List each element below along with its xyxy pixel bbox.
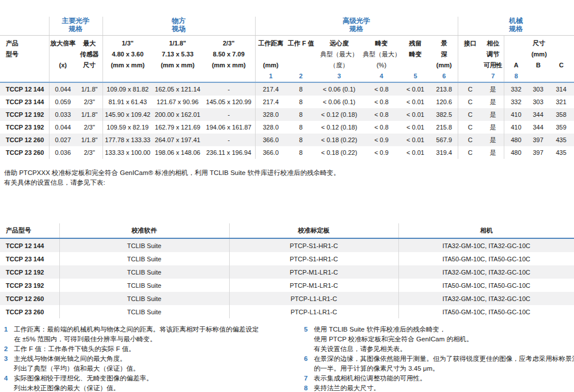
header-line: 1/1.8" <box>153 38 203 49</box>
footnote-ref: 5 <box>400 71 431 82</box>
cell: < 0.8 <box>363 82 400 96</box>
product-model: TCCP 23 260 <box>0 146 49 159</box>
cell: 366.0 <box>255 134 286 146</box>
header-line: 深 <box>431 49 458 60</box>
cell: 332 <box>504 96 528 108</box>
table-row: TCCP 12 1440.0441/1.8"109.09 x 81.82162.… <box>0 82 574 96</box>
col-header-telecentricity: 远心度典型（最大）（度）3 <box>315 36 363 83</box>
product-model: TCCP 23 144 <box>0 96 49 108</box>
col-header-product-model: 产品型号 <box>0 223 59 238</box>
cell: 145.90 x 109.42 <box>102 108 153 121</box>
header-line: (x) <box>50 60 77 71</box>
column-header-row: 产品型号放大倍率(x)最大传感器尺寸1/3"4.80 x 3.60(mm x m… <box>0 36 574 83</box>
footnote-number: 1 <box>0 325 14 344</box>
optical-spec-table: 主要光学 规格 物方 视场 高级光学 规格 机械 规格 产品型号放大倍率(x)最… <box>0 17 574 159</box>
col-header-magnification: 放大倍率(x) <box>49 36 77 83</box>
footnote-number: 3 <box>0 354 14 374</box>
header-line <box>50 49 77 60</box>
cell: 314 <box>548 82 574 96</box>
table-row: TCCP 23 2600.0362/3"133.33 x 100.00198.0… <box>0 146 574 159</box>
footnote-ref: 3 <box>315 71 363 82</box>
col-header-distortion: 畸变典型（最大）(%)4 <box>363 36 400 83</box>
col-header-fov-1-1-8: 1/1.8"7.13 x 5.33(mm x mm) <box>153 36 203 83</box>
cell: 是 <box>482 121 504 134</box>
datasheet-page: 主要光学 规格 物方 视场 高级光学 规格 机械 规格 产品型号放大倍率(x)最… <box>0 0 574 392</box>
cell: 8 <box>286 146 315 159</box>
cell: 435 <box>548 146 574 159</box>
footnote-number: 2 <box>0 344 14 354</box>
footnote-text: 表示集成相机相位调整功能的可用性。 <box>314 374 427 383</box>
cell: < 0.12 (0.18) <box>315 108 363 121</box>
footnote-3: 3主光线与物体侧光轴之间的最大角度。列出了典型（平均）值和最大（保证）值。 <box>0 354 300 374</box>
group-label: 规格 <box>458 25 574 33</box>
cell: 397 <box>528 146 548 159</box>
product-model: TCCP 23 144 <box>0 252 59 265</box>
footnote-number: 8 <box>300 383 314 392</box>
cell: ITA32-GM-10C, ITA32-GC-10C <box>398 265 574 279</box>
header-line: (mm x mm) <box>153 60 203 71</box>
header-line: (mm) <box>256 60 287 71</box>
cell: 344 <box>528 108 548 121</box>
group-label: 机械 <box>458 17 574 25</box>
header-line: 景 <box>431 38 458 49</box>
product-model: TCCP 12 260 <box>0 134 49 146</box>
footnote-text: 在景深的边缘，其图像依然能用于测量。但为了获得锐度更佳的图像，应考虑采用标称景深… <box>314 354 574 374</box>
header-line: 最大 <box>77 38 102 49</box>
cell: < 0.9 <box>363 134 400 146</box>
cell: - <box>203 108 255 121</box>
cell: C <box>458 134 482 146</box>
table-row: TCCP 23 1920.0442/3"109.59 x 82.19162.79… <box>0 121 574 134</box>
cell: 177.78 x 133.33 <box>102 134 153 146</box>
cell: TCLIB Suite <box>59 292 229 305</box>
cell: < 0.18 (0.22) <box>315 146 363 159</box>
footnote-text: 实际图像相较于理想化、无畸变图像的偏差率。列出未校正图像的最大（保证）值。 <box>14 374 153 392</box>
group-object-fov: 物方 视场 <box>102 17 255 36</box>
cell: 162.79 x 121.69 <box>153 121 203 134</box>
product-model: TCCP 23 192 <box>0 121 49 134</box>
col-header-max-sensor-size: 最大传感器尺寸 <box>77 36 102 83</box>
footnote-2: 2工作 F 值：工作条件下镜头的实际 F 值。 <box>0 344 300 354</box>
cell: 是 <box>482 146 504 159</box>
product-model: TCCP 12 144 <box>0 82 49 96</box>
col-header-camera: 相机 <box>398 223 574 238</box>
col-header-fov-1-3: 1/3"4.80 x 3.60(mm x mm) <box>102 36 153 83</box>
cell: PTCP-M1-LR1-C <box>229 279 398 292</box>
cell: 366.0 <box>255 146 286 159</box>
footnote-ref: 7 <box>482 71 504 82</box>
table-row: TCCP 12 260TCLIB SuitePTCP-L1-LR1-CITA32… <box>0 292 574 305</box>
cell: PTCP-S1-HR1-C <box>229 238 398 252</box>
header-line <box>458 49 483 60</box>
footnote-ref: 2 <box>286 71 315 82</box>
table-row: TCCP 12 1920.0331/1.8"145.90 x 109.42200… <box>0 108 574 121</box>
col-header-phase-adjustment: 相位调节可用性7 <box>482 36 504 83</box>
header-line: 1/3" <box>103 38 153 49</box>
cell: 8 <box>286 96 315 108</box>
intro-line: 借助 PTCPXXX 校准标定板和完全符合 GenICam® 标准的相机，利用 … <box>4 168 574 178</box>
group-mechanical: 机械 规格 <box>458 17 574 36</box>
cell: ITA32-GM-10C, ITA32-GC-10C <box>398 238 574 252</box>
cell: ITA50-GM-10C, ITA50-GC-10C <box>398 305 574 318</box>
footnote-number: 5 <box>300 325 314 354</box>
header-line: (%) <box>363 60 400 71</box>
cell: PTCP-M1-LR1-C <box>229 265 398 279</box>
cell: 480 <box>504 146 528 159</box>
footnote-7: 7表示集成相机相位调整功能的可用性。 <box>300 374 574 383</box>
cell: < 0.06 (0.1) <box>315 96 363 108</box>
footnote-number: 6 <box>300 354 314 374</box>
footnote-number: 4 <box>0 374 14 392</box>
header-line: 产品 <box>0 38 49 49</box>
cell: 0.033 <box>49 108 77 121</box>
cell: 321 <box>548 96 574 108</box>
product-model: TCCP 12 192 <box>0 265 59 279</box>
cell: 319.4 <box>431 146 458 159</box>
table-row: TCCP 12 192TCLIB SuitePTCP-M1-LR1-CITA32… <box>0 265 574 279</box>
col-header-depth-of-field: 景深(mm)6 <box>431 36 458 83</box>
cell: 0.036 <box>49 146 77 159</box>
header-line <box>286 49 315 60</box>
header-line: (mm x mm) <box>203 60 255 71</box>
cell: 2/3" <box>77 146 102 159</box>
cell: 2/3" <box>77 96 102 108</box>
group-label: 规格 <box>256 25 458 33</box>
header-line: 畸变 <box>363 38 400 49</box>
cell: < 0.01 <box>400 82 431 96</box>
